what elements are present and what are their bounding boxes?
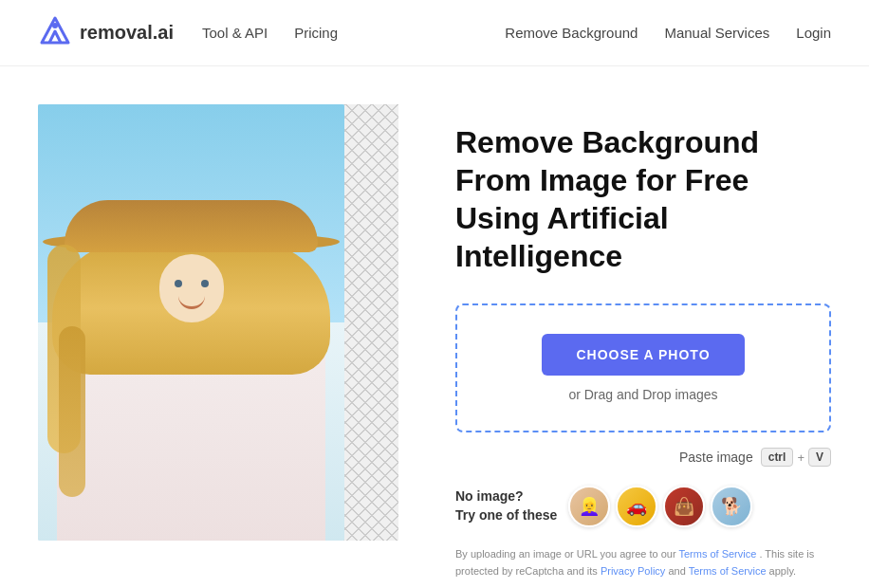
nav-tool-api[interactable]: Tool & API (202, 25, 268, 41)
footer-text-start: By uploading an image or URL you agree t… (455, 548, 676, 560)
hero-title: Remove Background From Image for Free Us… (455, 123, 831, 275)
person-icon: 👱‍♀️ (579, 496, 600, 517)
svg-point-0 (52, 23, 58, 28)
footer-and-text: and (668, 565, 685, 577)
animal-icon: 🐕 (721, 496, 742, 517)
header: removal.ai Tool & API Pricing Remove Bac… (0, 0, 869, 66)
bag-icon: 👜 (674, 496, 694, 517)
footer-privacy-link[interactable]: Privacy Policy (601, 565, 665, 577)
paste-label: Paste image (679, 450, 753, 465)
nav-login[interactable]: Login (796, 25, 831, 41)
footer-tos2-link[interactable]: Terms of Service (689, 565, 767, 577)
choose-photo-button[interactable]: CHOOSE A PHOTO (542, 334, 744, 376)
logo-text: removal.ai (80, 22, 174, 44)
no-image-line2: Try one of these (455, 506, 557, 525)
header-right: Remove Background Manual Services Login (505, 25, 831, 41)
no-image-line1: No image? (455, 487, 557, 506)
no-image-text: No image? Try one of these (455, 487, 557, 524)
hero-image-wrapper (38, 104, 398, 541)
sample-thumb-person[interactable]: 👱‍♀️ (568, 486, 610, 527)
footer-tos-link[interactable]: Terms of Service (678, 548, 756, 560)
nav-manual-services[interactable]: Manual Services (664, 25, 769, 41)
main-content: Remove Background From Image for Free Us… (0, 66, 869, 588)
sample-images-row: No image? Try one of these 👱‍♀️ 🚗 👜 🐕 (455, 486, 831, 527)
upload-dropzone[interactable]: CHOOSE A PHOTO or Drag and Drop images (455, 303, 831, 432)
drag-drop-label: or Drag and Drop images (568, 387, 717, 402)
sample-thumb-car[interactable]: 🚗 (616, 486, 657, 527)
footer-disclaimer: By uploading an image or URL you agree t… (455, 546, 831, 579)
header-left: removal.ai Tool & API Pricing (38, 14, 338, 52)
logo[interactable]: removal.ai (38, 14, 174, 52)
sample-thumb-animal[interactable]: 🐕 (711, 486, 752, 527)
v-key: V (808, 448, 831, 467)
sample-thumbnails: 👱‍♀️ 🚗 👜 🐕 (568, 486, 752, 527)
paste-row: Paste image ctrl + V (455, 448, 831, 467)
keyboard-shortcut: ctrl + V (761, 448, 831, 467)
nav-pricing[interactable]: Pricing (294, 25, 338, 41)
ctrl-key: ctrl (761, 448, 794, 467)
nav-remove-background[interactable]: Remove Background (505, 25, 638, 41)
footer-apply: apply. (769, 565, 797, 577)
main-nav: Tool & API Pricing (202, 25, 338, 41)
hero-photo (38, 104, 344, 541)
sample-thumb-bag[interactable]: 👜 (663, 486, 705, 527)
hero-content: Remove Background From Image for Free Us… (455, 104, 831, 579)
logo-icon (38, 14, 72, 52)
car-icon: 🚗 (626, 496, 647, 517)
plus-sign: + (797, 450, 804, 465)
